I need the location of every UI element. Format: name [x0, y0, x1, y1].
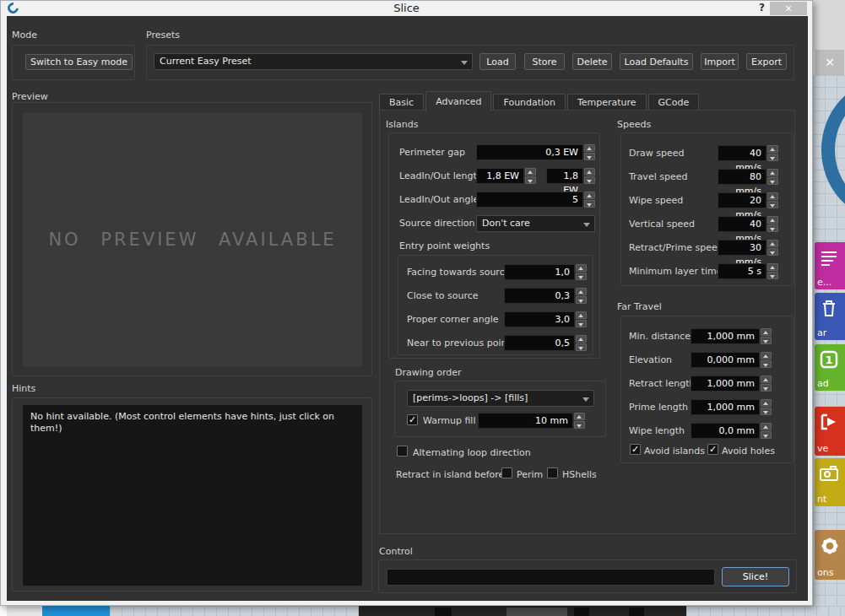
far-travel-groupbox: Min. distance 1,000 mm Elevation 0,000 m…	[620, 316, 794, 463]
tab-temperature[interactable]: Temperature	[567, 94, 647, 111]
wipe-length-field[interactable]: 0,0 mm	[691, 423, 760, 439]
avoid-islands-checkbox[interactable]	[630, 444, 641, 455]
toolbar-options-button[interactable]: ons	[815, 530, 845, 580]
spinner-down-icon[interactable]	[584, 153, 595, 160]
leadinout-length-field-2[interactable]: 1,8 EW	[546, 168, 583, 184]
retract-length-field[interactable]: 1,000 mm	[691, 376, 760, 392]
spinner-up-icon[interactable]	[584, 144, 595, 152]
spinner-down-icon[interactable]	[767, 248, 778, 256]
spinner-down-icon[interactable]	[576, 273, 587, 280]
bottom-toolbar-item[interactable]	[435, 608, 452, 616]
preset-export-button[interactable]: Export	[746, 53, 787, 70]
minimum-layer-time-field[interactable]: 5 s	[718, 263, 766, 279]
preset-load-button[interactable]: Load	[479, 53, 516, 70]
spinner-up-icon[interactable]	[576, 264, 587, 272]
spinner-down-icon[interactable]	[574, 421, 585, 429]
spinner-up-icon[interactable]	[761, 423, 772, 430]
spinner-up-icon[interactable]	[761, 328, 772, 336]
spinner-down-icon[interactable]	[576, 296, 587, 304]
tab-gcode[interactable]: GCode	[648, 94, 700, 111]
spinner-up-icon[interactable]	[761, 399, 772, 407]
window-close-button[interactable]: ✕	[770, 2, 807, 15]
toolbar-slice-button[interactable]: e...	[815, 242, 845, 289]
proper-corner-angle-field[interactable]: 3,0	[504, 311, 575, 327]
spinner-down-icon[interactable]	[761, 431, 772, 439]
tab-basic[interactable]: Basic	[379, 94, 424, 111]
bottom-blue-button[interactable]	[42, 606, 110, 616]
source-direction-select[interactable]: Don't care	[476, 215, 595, 232]
spinner-up-icon[interactable]	[761, 352, 772, 359]
spinner-down-icon[interactable]	[761, 384, 772, 392]
retract-prime-speed-field[interactable]: 30 mm/s	[718, 240, 766, 256]
spinner-up-icon[interactable]	[767, 216, 778, 224]
spinner-down-icon[interactable]	[761, 337, 772, 344]
slice-button[interactable]: Slice!	[722, 567, 789, 586]
spinner-down-icon[interactable]	[576, 320, 587, 327]
spinner-down-icon[interactable]	[767, 154, 778, 161]
min-distance-field[interactable]: 1,000 mm	[691, 328, 760, 344]
alternating-loop-direction-checkbox[interactable]	[397, 446, 408, 457]
spinner-down-icon[interactable]	[584, 200, 595, 208]
prime-length-field[interactable]: 1,000 mm	[691, 399, 760, 415]
bottom-toolbar-item[interactable]	[629, 608, 644, 616]
warmup-fill-field[interactable]: 10 mm	[478, 413, 573, 429]
spinner-up-icon[interactable]	[767, 240, 778, 247]
retract-in-island-label: Retract in island before:	[396, 469, 507, 480]
vertical-speed-field[interactable]: 40 mm/s	[718, 216, 766, 232]
bottom-toolbar-dropdown[interactable]	[506, 608, 567, 616]
spinner-up-icon[interactable]	[767, 263, 778, 271]
retract-perim-checkbox[interactable]	[501, 467, 512, 478]
draw-speed-field[interactable]: 40 mm/s	[718, 145, 766, 161]
toolbar-print-button[interactable]: nt	[815, 458, 845, 506]
bottom-toolbar-item[interactable]	[574, 608, 589, 616]
preset-store-button[interactable]: Store	[524, 53, 565, 70]
warmup-fill-checkbox[interactable]	[407, 414, 418, 425]
bottom-edge	[0, 606, 7, 616]
spinner-up-icon[interactable]	[761, 376, 772, 383]
spinner-down-icon[interactable]	[761, 360, 772, 368]
spinner-up-icon[interactable]	[576, 288, 587, 295]
spinner-down-icon[interactable]	[525, 176, 536, 184]
tab-foundation[interactable]: Foundation	[493, 94, 565, 111]
toolbar-load-button[interactable]: 1 ad	[815, 344, 845, 391]
spinner-down-icon[interactable]	[584, 176, 595, 184]
spinner-up-icon[interactable]	[576, 335, 587, 343]
close-to-source-field[interactable]: 0,3	[504, 288, 575, 304]
facing-towards-source-field[interactable]: 1,0	[504, 264, 575, 280]
near-to-previous-point-field[interactable]: 0,5	[504, 335, 575, 351]
toolbar-save-button[interactable]: ve	[815, 407, 845, 456]
avoid-holes-checkbox[interactable]	[707, 444, 718, 455]
preset-load-defaults-button[interactable]: Load Defaults	[620, 53, 693, 70]
wipe-speed-field[interactable]: 20 mm/s	[718, 192, 766, 208]
retract-length-spinner	[761, 376, 772, 392]
perimeter-gap-field[interactable]: 0,3 EW	[476, 144, 583, 160]
spinner-down-icon[interactable]	[767, 272, 778, 279]
spinner-down-icon[interactable]	[761, 408, 772, 415]
switch-easy-mode-button[interactable]: Switch to Easy mode	[25, 54, 133, 70]
spinner-up-icon[interactable]	[584, 168, 595, 176]
spinner-up-icon[interactable]	[584, 192, 595, 199]
spinner-up-icon[interactable]	[574, 413, 585, 420]
spinner-down-icon[interactable]	[767, 224, 778, 232]
preset-delete-button[interactable]: Delete	[572, 53, 612, 70]
help-button[interactable]: ?	[759, 2, 765, 14]
toolbar-clear-button[interactable]: ar	[815, 293, 845, 340]
tab-advanced[interactable]: Advanced	[425, 91, 491, 111]
spinner-down-icon[interactable]	[767, 177, 778, 185]
preset-select[interactable]: Current Easy Preset	[154, 53, 473, 70]
leadinout-angle-field[interactable]: 5	[476, 192, 583, 208]
spinner-down-icon[interactable]	[576, 343, 587, 351]
elevation-field[interactable]: 0,000 mm	[691, 352, 760, 368]
travel-speed-field[interactable]: 80 mm/s	[718, 169, 766, 185]
spinner-up-icon[interactable]	[525, 168, 536, 176]
spinner-down-icon[interactable]	[767, 201, 778, 208]
retract-hshells-checkbox[interactable]	[547, 467, 558, 478]
spinner-up-icon[interactable]	[576, 311, 587, 319]
spinner-up-icon[interactable]	[767, 145, 778, 153]
leadinout-length-field-1[interactable]: 1,8 EW	[476, 168, 524, 184]
spinner-up-icon[interactable]	[767, 192, 778, 200]
panel-close-button[interactable]: ✕	[815, 50, 844, 75]
drawing-order-select[interactable]: [perims->loops] -> [fills]	[407, 390, 594, 407]
spinner-up-icon[interactable]	[767, 169, 778, 176]
preset-import-button[interactable]: Import	[701, 53, 739, 70]
